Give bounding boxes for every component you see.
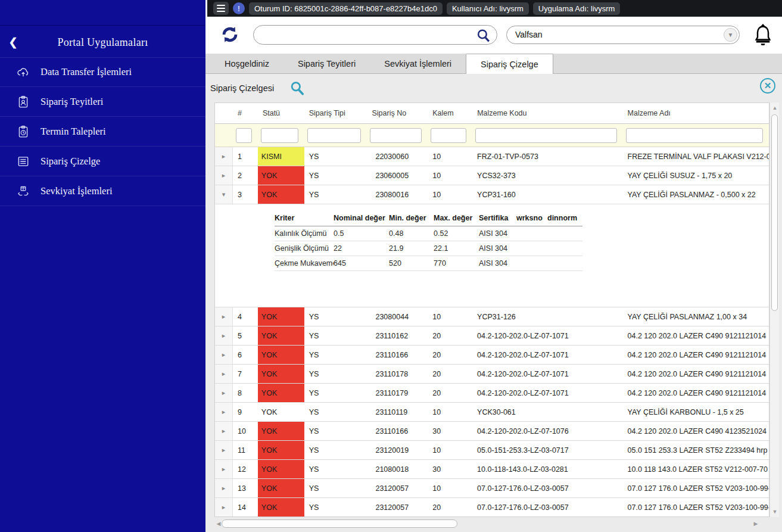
- tab-3[interactable]: Sevkiyat İşlemleri: [370, 54, 466, 73]
- vertical-scrollbar[interactable]: ▲ ▼: [769, 102, 779, 517]
- item-number: 10: [428, 479, 472, 497]
- status-badge: KISMI: [258, 147, 304, 166]
- expand-row-icon[interactable]: ▸: [215, 147, 233, 166]
- sidebar-item-4[interactable]: Sipariş Çizelge: [0, 147, 205, 176]
- material-code: 04.2-120-202.0-LZ-07-1071: [472, 365, 622, 383]
- criteria-cell: 770: [434, 259, 479, 267]
- filter-input-5[interactable]: [431, 128, 466, 143]
- item-number: 10: [428, 441, 472, 459]
- tab-2[interactable]: Sipariş Teyitleri: [283, 54, 370, 73]
- material-name: 04.2 120 202.0 LAZER C490 9121121014: [623, 384, 769, 402]
- refresh-icon[interactable]: [220, 24, 239, 45]
- horizontal-scrollbar[interactable]: ◀ ▶: [214, 518, 769, 529]
- criteria-cell: 0.5: [334, 229, 389, 238]
- sidebar-item-3[interactable]: Termin Talepleri: [0, 117, 205, 147]
- criteria-header-row: KriterNominal değerMin. değerMax. değerS…: [275, 210, 582, 226]
- order-number: 23080044: [367, 307, 428, 326]
- tab-1[interactable]: Hoşgeldiniz: [210, 54, 283, 73]
- scroll-down-icon[interactable]: ▼: [770, 508, 780, 516]
- order-type: YS: [304, 441, 367, 459]
- scroll-right-icon[interactable]: ▶: [752, 518, 760, 529]
- close-panel-icon[interactable]: ✕: [760, 78, 775, 94]
- hamburger-menu-icon[interactable]: [213, 2, 229, 15]
- material-name: YAY ÇELİĞİ SUSUZ - 1,75 x 20: [623, 166, 769, 185]
- table-row: ▸11YOKYS231200191005.0-151-253.3-LZ-03-0…: [215, 441, 769, 460]
- table-row: ▸6YOKYS231101662004.2-120-202.0-LZ-07-10…: [215, 346, 769, 365]
- chevron-down-icon[interactable]: ▼: [724, 28, 737, 42]
- notifications-bell-icon[interactable]: [753, 24, 772, 45]
- filter-cell: [367, 128, 428, 143]
- criteria-cell: 0.48: [389, 229, 434, 238]
- sidebar-item-2[interactable]: Sipariş Teyitleri: [0, 87, 205, 117]
- item-number: 20: [428, 326, 472, 345]
- expand-row-icon[interactable]: ▸: [215, 384, 233, 402]
- criteria-cell: Kalınlık Ölçümü: [275, 229, 334, 238]
- item-number: 20: [428, 365, 472, 383]
- expand-row-icon[interactable]: ▸: [215, 498, 233, 517]
- status-badge: YOK: [258, 479, 304, 497]
- expand-row-icon[interactable]: ▸: [215, 346, 233, 364]
- criteria-column-header: Max. değer: [434, 214, 479, 222]
- criteria-column-header: wrksno: [516, 214, 547, 222]
- horizontal-scrollbar-thumb[interactable]: [222, 519, 457, 528]
- table-row: ▸1KISMIYS2203006010FRZ-01-TVP-0573FREZE …: [215, 147, 769, 166]
- sidebar-item-1[interactable]: Data Transfer İşlemleri: [0, 57, 205, 87]
- status-badge: YOK: [258, 326, 304, 345]
- filter-input-3[interactable]: [307, 128, 362, 143]
- order-number: 23110179: [367, 384, 428, 402]
- order-number: 23110178: [367, 365, 428, 383]
- collapse-sidebar-button[interactable]: ❮: [0, 36, 26, 49]
- expand-row-icon[interactable]: ▸: [215, 460, 233, 478]
- content-panel: Sipariş Çizelgesi ✕ #StatüSipariş TipiSi…: [205, 74, 782, 532]
- panel-search-icon[interactable]: [289, 80, 305, 96]
- row-number: 13: [233, 479, 258, 497]
- filter-cell: [472, 128, 622, 143]
- order-number: 23120019: [367, 441, 428, 459]
- info-icon[interactable]: !: [233, 2, 245, 14]
- material-code: YCS32-373: [472, 166, 622, 185]
- column-header: Sipariş Tipi: [304, 109, 367, 117]
- table-row: ▸10YOKYS231101663004.2-120-202.0-LZ-07-1…: [215, 422, 769, 441]
- scroll-up-icon[interactable]: ▲: [770, 104, 780, 112]
- filter-input-4[interactable]: [370, 128, 422, 143]
- filter-cell: [304, 128, 367, 143]
- filter-input-7[interactable]: [626, 128, 763, 143]
- expand-row-icon[interactable]: ▸: [215, 479, 233, 497]
- expand-row-icon[interactable]: ▸: [215, 307, 233, 326]
- material-code: 05.0-151-253.3-LZ-03-0717: [472, 441, 622, 459]
- column-header: #: [233, 109, 258, 117]
- clipboard-user-icon: [17, 95, 30, 108]
- filter-input-6[interactable]: [475, 128, 616, 143]
- expand-row-icon[interactable]: ▸: [215, 326, 233, 345]
- table-body: ▸1KISMIYS2203006010FRZ-01-TVP-0573FREZE …: [215, 147, 769, 517]
- expand-row-icon[interactable]: ▸: [215, 365, 233, 383]
- cloud-upload-icon: [17, 66, 30, 79]
- row-number: 8: [233, 384, 258, 402]
- material-name: 04.2 120 202.0 LAZER C490 4123521024: [623, 422, 769, 440]
- filter-input-1[interactable]: [236, 128, 252, 143]
- material-name: 07.0 127 176.0 LAZER ST52 V203-100-99-HR…: [623, 479, 769, 497]
- status-badge: YOK: [258, 346, 304, 364]
- company-select[interactable]: Valfsan ▼: [506, 26, 740, 44]
- sidebar-item-5[interactable]: Sevkiyat İşlemleri: [0, 176, 205, 206]
- criteria-cell: 22: [334, 244, 389, 253]
- tab-4[interactable]: Sipariş Çizelge: [466, 54, 553, 74]
- expand-row-icon[interactable]: ▸: [215, 166, 233, 185]
- expand-row-icon[interactable]: ▸: [215, 441, 233, 459]
- filter-input-2[interactable]: [261, 128, 298, 143]
- expand-row-icon[interactable]: ▸: [215, 403, 233, 421]
- row-number: 14: [233, 498, 258, 517]
- vertical-scrollbar-thumb[interactable]: [771, 114, 778, 311]
- row-number: 3: [233, 185, 258, 204]
- row-number: 4: [233, 307, 258, 326]
- criteria-cell: AISI 304: [479, 229, 516, 238]
- table-row: ▸4YOKYS2308004410YCP31-126YAY ÇELİĞİ PAS…: [215, 307, 769, 326]
- collapse-row-icon[interactable]: ▾: [215, 185, 233, 204]
- search-icon[interactable]: [476, 28, 491, 43]
- material-code: 10.0-118-143.0-LZ-03-0281: [472, 460, 622, 478]
- table-row: ▸13YOKYS231200571007.0-127-176.0-LZ-03-0…: [215, 479, 769, 498]
- expand-row-icon[interactable]: ▸: [215, 422, 233, 440]
- criteria-row: Genişlik Ölçümü2221.922.1AISI 304: [275, 241, 582, 256]
- criteria-cell: 0.52: [434, 229, 479, 238]
- search-input[interactable]: [262, 27, 471, 43]
